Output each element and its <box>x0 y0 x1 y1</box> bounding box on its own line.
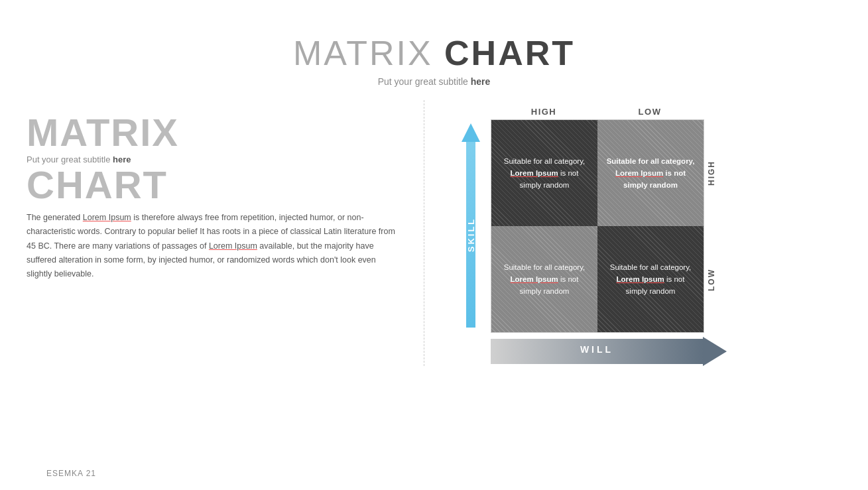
left-link1: Lorem Ipsum <box>83 213 131 222</box>
left-title-matrix: MATRIX <box>27 113 397 152</box>
cell-top-left-text: Suitable for all category, Lorem Ipsum i… <box>499 155 589 192</box>
main-content: MATRIX Put your great subtitle here CHAR… <box>0 100 868 366</box>
col-header-low: LOW <box>597 107 703 117</box>
will-tip <box>703 337 727 366</box>
will-arrow-row: WILL <box>491 337 841 366</box>
skill-arrow-tip <box>462 123 480 142</box>
will-label: WILL <box>491 337 703 362</box>
footer-label: ESEMKA 21 <box>46 469 96 478</box>
will-arrow: WILL <box>491 337 729 366</box>
column-headers: HIGH LOW <box>491 107 841 117</box>
skill-label: SKILL <box>466 217 476 253</box>
subtitle-plain: Put your great subtitle <box>378 76 468 87</box>
cell-bottom-left: Suitable for all category, Lorem Ipsum i… <box>491 226 597 332</box>
page-header: MATRIX CHART Put your great subtitle her… <box>0 0 868 87</box>
title-bold: CHART <box>444 34 575 72</box>
cell-bottom-right: Suitable for all category, Lorem Ipsum i… <box>597 226 704 332</box>
col-header-high: HIGH <box>491 107 597 117</box>
matrix-grid: Suitable for all category, Lorem Ipsum i… <box>491 119 704 333</box>
title-light: MATRIX <box>293 34 433 72</box>
skill-arrow: SKILL <box>458 123 484 329</box>
left-link2: Lorem Ipsum <box>209 241 257 251</box>
cell-bottom-left-text: Suitable for all category, Lorem Ipsum i… <box>499 261 589 298</box>
main-title: MATRIX CHART <box>0 34 868 72</box>
skill-arrow-container: SKILL <box>451 119 491 333</box>
left-panel: MATRIX Put your great subtitle here CHAR… <box>27 100 424 366</box>
right-panel: HIGH LOW SKILL Suitable for all categ <box>424 100 841 366</box>
row-label-high: HIGH <box>707 120 716 226</box>
cell-top-right-text: Suitable for all category, Lorem Ipsum i… <box>605 155 696 192</box>
row-label-low: LOW <box>707 227 716 333</box>
cell-bottom-right-text: Suitable for all category, Lorem Ipsum i… <box>605 261 696 298</box>
skill-arrow-shaft: SKILL <box>466 142 475 328</box>
row-labels: HIGH LOW <box>707 119 716 333</box>
cell-link-1: Lorem Ipsum <box>511 169 558 177</box>
cell-top-left: Suitable for all category, Lorem Ipsum i… <box>491 120 597 226</box>
matrix-area: SKILL Suitable for all category, Lorem I… <box>451 119 841 333</box>
left-title-chart: CHART <box>27 166 397 204</box>
cell-link-4: Lorem Ipsum <box>617 275 664 283</box>
cell-link-2: Lorem Ipsum <box>615 169 663 177</box>
subtitle-bold: here <box>471 76 491 87</box>
cell-link-3: Lorem Ipsum <box>511 275 558 283</box>
left-body-text: The generated Lorem Ipsum is therefore a… <box>27 211 397 281</box>
header-subtitle: Put your great subtitle here <box>0 76 868 87</box>
cell-top-right: Suitable for all category, Lorem Ipsum i… <box>597 120 704 226</box>
